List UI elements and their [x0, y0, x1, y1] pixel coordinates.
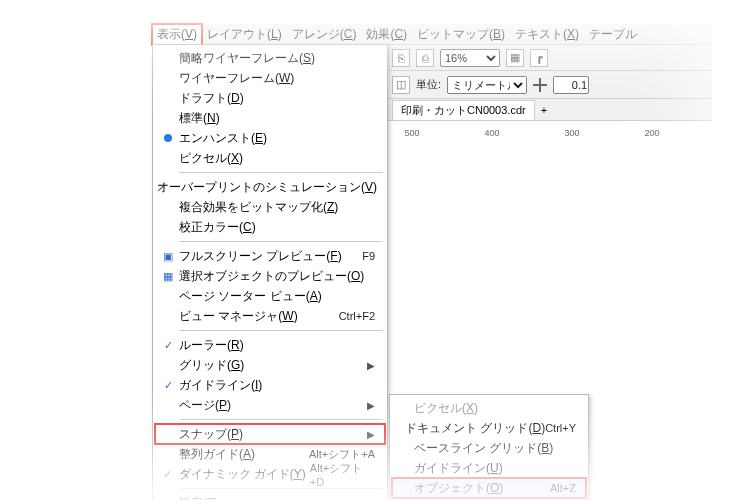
snap-item-document-grid[interactable]: ドキュメント グリッド(D) Ctrl+Y: [392, 418, 586, 438]
horizontal-ruler: 500 400 300 200: [388, 120, 712, 138]
menu-item-grid[interactable]: グリッド(G) ▶: [155, 355, 385, 375]
snap-item-guidelines[interactable]: ガイドライン(U): [392, 458, 586, 478]
check-icon: ✓: [157, 339, 179, 352]
unit-select[interactable]: ミリメートル: [447, 76, 527, 94]
menu-item-page-sorter[interactable]: ページ ソーター ビュー(A): [155, 286, 385, 306]
selection-preview-icon: ▦: [157, 270, 179, 283]
ruler-icon[interactable]: ┏: [530, 49, 548, 67]
snap-item-pixels: ピクセル(X): [392, 398, 586, 418]
snap-submenu: ピクセル(X) ドキュメント グリッド(D) Ctrl+Y ベースライン グリッ…: [389, 394, 589, 500]
menu-item-enhanced[interactable]: エンハンスト(E): [155, 128, 385, 148]
ruler-tick: 300: [552, 128, 592, 138]
menu-item-rulers[interactable]: ✓ ルーラー(R): [155, 335, 385, 355]
menu-layout[interactable]: レイアウト(L): [202, 24, 287, 45]
menu-item-view-manager[interactable]: ビュー マネージャ(W) Ctrl+F2: [155, 306, 385, 326]
separator: [179, 488, 383, 489]
separator: [179, 172, 383, 173]
menu-item-selection-preview[interactable]: ▦ 選択オブジェクトのプレビュー(O): [155, 266, 385, 286]
nudge-icon: [533, 78, 547, 92]
menu-item-dynamic-guides[interactable]: ✓ ダイナミック ガイド(Y) Alt+シフト+D: [155, 464, 385, 484]
menu-bitmap[interactable]: ビットマップ(B): [412, 24, 510, 45]
menubar: 表示(V) レイアウト(L) アレンジ(C) 効果(C) ビットマップ(B) テ…: [152, 24, 712, 44]
menu-item-normal[interactable]: 標準(N): [155, 108, 385, 128]
add-tab-icon[interactable]: +: [541, 104, 547, 116]
menu-text[interactable]: テキスト(X): [510, 24, 584, 45]
fullscreen-icon: ▣: [157, 250, 179, 263]
export-icon[interactable]: ⎘: [392, 49, 410, 67]
menu-effects[interactable]: 効果(C): [361, 24, 412, 45]
submenu-arrow-icon: ▶: [367, 429, 375, 440]
menu-view[interactable]: 表示(V): [152, 24, 202, 45]
menu-item-overprint[interactable]: オーバープリントのシミュレーション(V): [155, 177, 385, 197]
menu-item-rasterize[interactable]: 複合効果をビットマップ化(Z): [155, 197, 385, 217]
tab-filename: 印刷・カットCN0003.cdr: [401, 103, 526, 118]
menu-item-pixels[interactable]: ピクセル(X): [155, 148, 385, 168]
check-icon: ✓: [157, 379, 179, 392]
menu-item-simple-wireframe[interactable]: 簡略ワイヤーフレーム(S): [155, 48, 385, 68]
menu-table[interactable]: テーブル: [584, 24, 642, 45]
document-tabs: 印刷・カットCN0003.cdr +: [388, 98, 712, 120]
toolbar: ⎘ ⎙ 16% ▦ ┏: [388, 44, 712, 70]
menu-arrange[interactable]: アレンジ(C): [287, 24, 362, 45]
tool-icon[interactable]: ◫: [392, 76, 410, 94]
menu-item-settings[interactable]: 設定(T) ▶: [155, 493, 385, 500]
view-dropdown: 簡略ワイヤーフレーム(S) ワイヤーフレーム(W) ドラフト(D) 標準(N) …: [152, 44, 388, 500]
document-tab[interactable]: 印刷・カットCN0003.cdr: [392, 100, 535, 120]
menu-item-page[interactable]: ページ(P) ▶: [155, 395, 385, 415]
separator: [179, 330, 383, 331]
ruler-tick: 400: [472, 128, 512, 138]
options-bar: ◫ 単位: ミリメートル: [388, 70, 712, 98]
nudge-input[interactable]: [553, 76, 589, 94]
ruler-tick: 500: [392, 128, 432, 138]
snap-item-object[interactable]: オブジェクト(O) Alt+Z: [392, 478, 586, 498]
submenu-arrow-icon: ▶: [367, 400, 375, 411]
zoom-select[interactable]: 16%: [440, 49, 500, 67]
snap-item-baseline-grid[interactable]: ベースライン グリッド(B): [392, 438, 586, 458]
menu-item-guidelines[interactable]: ✓ ガイドライン(I): [155, 375, 385, 395]
menu-item-proof-colors[interactable]: 校正カラー(C): [155, 217, 385, 237]
separator: [179, 419, 383, 420]
unit-label: 単位:: [416, 77, 441, 92]
check-icon: ✓: [157, 468, 179, 481]
bullet-icon: [157, 132, 179, 144]
print-icon[interactable]: ⎙: [416, 49, 434, 67]
submenu-arrow-icon: ▶: [367, 360, 375, 371]
separator: [179, 241, 383, 242]
menu-item-snap[interactable]: スナップ(P) ▶: [155, 424, 385, 444]
menu-item-fullscreen-preview[interactable]: ▣ フルスクリーン プレビュー(F) F9: [155, 246, 385, 266]
menu-item-draft[interactable]: ドラフト(D): [155, 88, 385, 108]
grid-icon[interactable]: ▦: [506, 49, 524, 67]
menu-item-wireframe[interactable]: ワイヤーフレーム(W): [155, 68, 385, 88]
ruler-tick: 200: [632, 128, 672, 138]
